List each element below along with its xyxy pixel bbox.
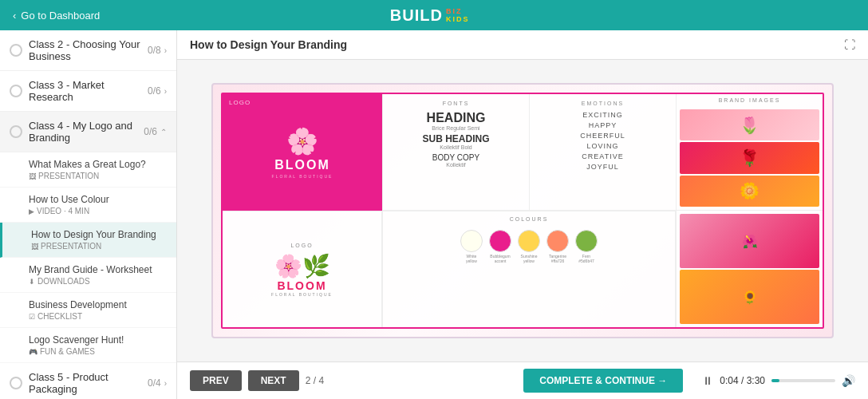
- slide-container: LOGO 🌸 BLOOM FLORAL BOUTIQUE FONTS HEADI…: [211, 83, 834, 338]
- bloom-logo-bottom: 🌸🌿 BLOOM FLORAL BOUTIQUE: [271, 253, 333, 297]
- back-label: Go to Dashboard: [21, 10, 100, 22]
- brand-image-2: 🌹: [680, 142, 819, 173]
- bloom-logo-top: 🌸 BLOOM FLORAL BOUTIQUE: [272, 126, 333, 179]
- class2-label: Class 2 - Choosing Your Business: [29, 38, 148, 62]
- media-controls: ⏸ 0:04 / 3:30 🔊: [702, 374, 855, 387]
- class4-progress: 0/6: [144, 126, 157, 137]
- slide-colours: COLOURS Whiteyellow Bubblegumaccent: [382, 211, 676, 327]
- slide-inner: LOGO 🌸 BLOOM FLORAL BOUTIQUE FONTS HEADI…: [221, 93, 824, 329]
- sub-item-colour-label: How to Use Colour: [29, 194, 167, 205]
- checklist-icon: ☑: [29, 313, 35, 321]
- colour-green-name: Fern#5d6b47: [578, 254, 594, 263]
- content-header: How to Design Your Branding ⛶: [177, 30, 868, 60]
- class5-progress-icon: [10, 377, 22, 389]
- emotion-exciting: EXCITING: [536, 111, 669, 119]
- slide-brand-images-bottom: 🌺 🌻: [676, 211, 823, 327]
- colour-swatch-white: [460, 230, 483, 252]
- audio-progress-fill: [771, 379, 779, 382]
- font-body-name: Kollektif: [389, 162, 523, 168]
- colour-swatch-yellow: [518, 230, 540, 252]
- class2-chevron-icon: ›: [164, 46, 167, 55]
- colour-swatch-green: [575, 230, 598, 252]
- prev-button[interactable]: PREV: [190, 370, 242, 391]
- class2-progress: 0/8: [148, 45, 161, 56]
- slide-logo-top: LOGO 🌸 BLOOM FLORAL BOUTIQUE: [223, 94, 382, 211]
- brand-images-label: BRAND IMAGES: [680, 97, 819, 103]
- sidebar-item-class5[interactable]: Class 5 - Product Packaging 0/4 ›: [0, 363, 176, 399]
- emotions-label: EMOTIONS: [536, 101, 669, 106]
- chevron-left-icon: ‹: [13, 10, 16, 22]
- class3-chevron-icon: ›: [164, 87, 167, 96]
- sub-item-business-dev[interactable]: Business Development ☑ CHECKLIST: [0, 293, 176, 328]
- main-layout: Class 2 - Choosing Your Business 0/8 › C…: [0, 30, 868, 399]
- presentation-icon: 🖼: [29, 172, 36, 180]
- sub-item-scavenger-type: 🎮 FUN & GAMES: [29, 347, 167, 356]
- class3-progress-icon: [10, 85, 22, 97]
- expand-icon[interactable]: ⛶: [844, 38, 855, 51]
- class4-right: 0/6 ⌃: [144, 126, 167, 137]
- font-subheading-name: Kollektif Bold: [389, 144, 523, 150]
- volume-button[interactable]: 🔊: [842, 374, 855, 387]
- class3-label: Class 3 - Market Research: [29, 79, 148, 103]
- sub-item-business-dev-label: Business Development: [29, 299, 167, 310]
- sidebar-item-class5-left: Class 5 - Product Packaging: [10, 371, 148, 395]
- class3-progress: 0/6: [148, 85, 161, 97]
- sub-item-business-dev-type: ☑ CHECKLIST: [29, 312, 167, 321]
- logo-bottom-label: LOGO: [290, 243, 313, 248]
- sub-item-logo[interactable]: What Makes a Great Logo? 🖼 PRESENTATION: [0, 152, 176, 188]
- next-button[interactable]: NEXT: [248, 370, 299, 391]
- fun-icon: 🎮: [29, 348, 37, 356]
- video-icon: ▶: [29, 207, 34, 215]
- sub-item-scavenger[interactable]: Logo Scavenger Hunt! 🎮 FUN & GAMES: [0, 328, 176, 363]
- bloom-flower-top-icon: 🌸: [286, 126, 318, 156]
- sidebar-item-class4[interactable]: Class 4 - My Logo and Branding 0/6 ⌃: [0, 112, 176, 152]
- sub-item-worksheet[interactable]: My Brand Guide - Worksheet ⬇ DOWNLOADS: [0, 258, 176, 293]
- sub-item-colour[interactable]: How to Use Colour ▶ VIDEO · 4 MIN: [0, 188, 176, 223]
- class5-label: Class 5 - Product Packaging: [29, 371, 148, 395]
- sidebar-item-class3[interactable]: Class 3 - Market Research 0/6 ›: [0, 71, 176, 112]
- emotion-happy: HAPPY: [536, 121, 669, 129]
- sidebar-item-class3-left: Class 3 - Market Research: [10, 79, 148, 103]
- font-heading-name: Brice Regular Semi: [389, 125, 523, 131]
- sidebar-item-class2-left: Class 2 - Choosing Your Business: [10, 38, 148, 62]
- sub-item-branding[interactable]: How to Design Your Branding 🖼 PRESENTATI…: [0, 223, 176, 258]
- class4-label: Class 4 - My Logo and Branding: [29, 120, 144, 144]
- logo-kids: KIDS: [446, 15, 470, 23]
- bottom-bar: PREV NEXT 2 / 4 COMPLETE & CONTINUE → ⏸ …: [177, 361, 868, 399]
- class4-sub-items: What Makes a Great Logo? 🖼 PRESENTATION …: [0, 152, 176, 363]
- colour-yellow: Sunshineyellow: [518, 230, 540, 263]
- colour-pink: Bubblegumaccent: [489, 230, 511, 263]
- presentation-area: LOGO 🌸 BLOOM FLORAL BOUTIQUE FONTS HEADI…: [177, 60, 868, 361]
- class2-progress-icon: [10, 44, 22, 57]
- time-separator: /: [741, 375, 747, 386]
- audio-progress-bar[interactable]: [771, 379, 835, 382]
- brand-image-3: 🌼: [680, 176, 819, 207]
- time-display: 0:04 / 3:30: [720, 375, 765, 386]
- download-icon: ⬇: [29, 278, 35, 286]
- emotion-cheerful: CHEERFUL: [536, 132, 669, 140]
- slide-brand-images: BRAND IMAGES 🌷 🌹 🌼: [676, 94, 823, 211]
- sidebar-item-class4-left: Class 4 - My Logo and Branding: [10, 120, 144, 144]
- sub-item-colour-type: ▶ VIDEO · 4 MIN: [29, 207, 167, 215]
- slide-fonts: FONTS HEADING Brice Regular Semi SUB HEA…: [382, 94, 529, 211]
- class5-progress: 0/4: [148, 377, 161, 389]
- colours-label: COLOURS: [510, 216, 549, 222]
- logo-biz: BIZ: [446, 7, 470, 15]
- slide-emotions: EMOTIONS EXCITING HAPPY CHEERFUL LOVING …: [529, 94, 676, 211]
- brand-image-bottom-1: 🌺: [680, 214, 819, 268]
- colour-orange-name: Tangerine#ffa726: [549, 254, 566, 263]
- bloom-text-top: BLOOM: [274, 158, 330, 172]
- time-current: 0:04: [720, 375, 738, 386]
- class4-chevron-icon: ⌃: [160, 128, 167, 136]
- pause-button[interactable]: ⏸: [702, 374, 713, 387]
- class2-right: 0/8 ›: [148, 45, 167, 56]
- bloom-sub-bottom: FLORAL BOUTIQUE: [271, 292, 333, 297]
- brand-image-bottom-2: 🌻: [680, 270, 819, 324]
- back-to-dashboard-button[interactable]: ‹ Go to Dashboard: [13, 10, 100, 22]
- complete-continue-button[interactable]: COMPLETE & CONTINUE →: [523, 369, 683, 393]
- colour-circles: Whiteyellow Bubblegumaccent Sunshineyell…: [460, 230, 598, 263]
- colour-yellow-name: Sunshineyellow: [521, 254, 538, 263]
- sidebar-item-class2[interactable]: Class 2 - Choosing Your Business 0/8 ›: [0, 30, 176, 71]
- colour-green: Fern#5d6b47: [575, 230, 598, 263]
- bloom-flower-bottom-icon: 🌸🌿: [274, 253, 330, 279]
